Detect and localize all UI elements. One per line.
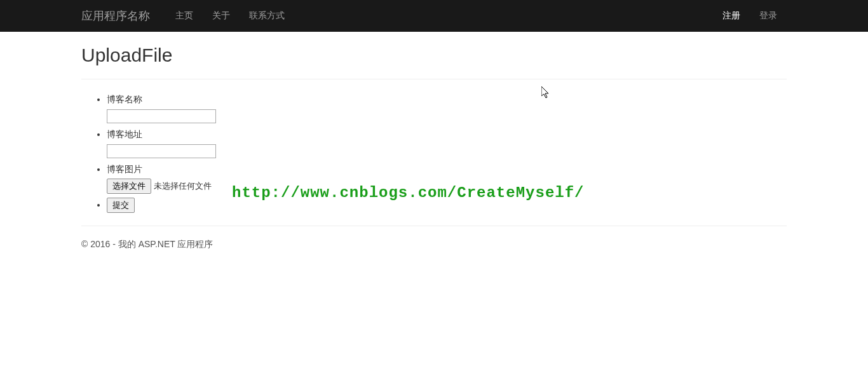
nav-link-register[interactable]: 注册 — [713, 10, 750, 22]
top-navbar: 应用程序名称 主页 关于 联系方式 注册 登录 — [0, 0, 868, 32]
blog-name-label: 博客名称 — [107, 92, 787, 106]
blog-image-label: 博客图片 — [107, 162, 787, 176]
divider-top — [81, 79, 787, 79]
nav-link-about[interactable]: 关于 — [203, 10, 240, 22]
blog-name-input[interactable] — [107, 109, 216, 123]
navbar-brand[interactable]: 应用程序名称 — [81, 8, 159, 24]
page-title: UploadFile — [81, 44, 787, 66]
nav-link-contact[interactable]: 联系方式 — [240, 10, 294, 22]
choose-file-button[interactable]: 选择文件 — [107, 179, 151, 194]
blog-url-input[interactable] — [107, 144, 216, 158]
divider-bottom — [81, 226, 787, 226]
nav-link-login[interactable]: 登录 — [750, 10, 787, 22]
upload-form: 博客名称 博客地址 博客图片 选择文件 未选择任何文件 提交 — [81, 92, 787, 213]
nav-link-home[interactable]: 主页 — [166, 10, 203, 22]
footer-text: © 2016 - 我的 ASP.NET 应用程序 — [81, 239, 787, 250]
submit-button[interactable]: 提交 — [107, 198, 135, 213]
file-status-text: 未选择任何文件 — [154, 180, 212, 193]
blog-url-label: 博客地址 — [107, 127, 787, 141]
